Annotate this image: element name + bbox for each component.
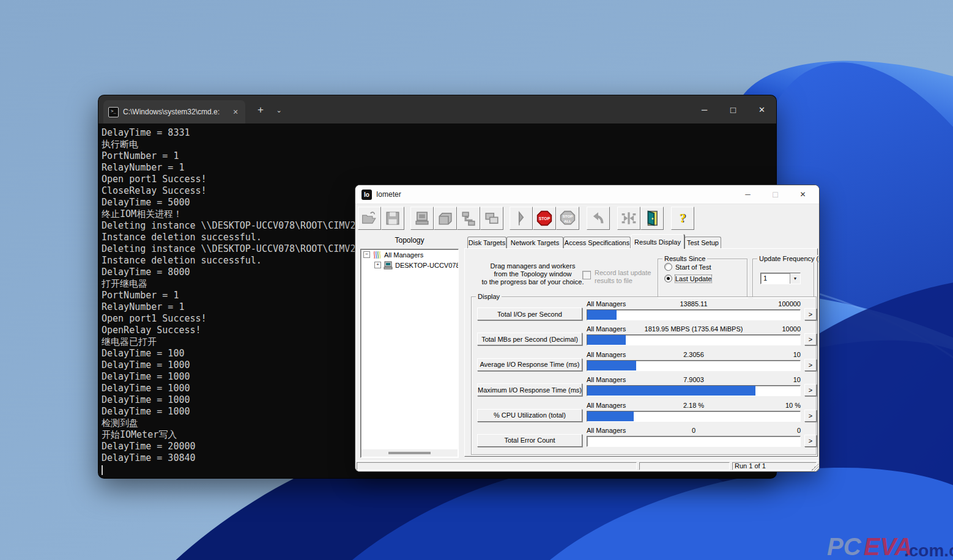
- topology-tree[interactable]: − All Managers + DESKTOP-UCCV078: [360, 249, 459, 458]
- metric-max-value: 10 %: [587, 402, 801, 409]
- expand-icon[interactable]: +: [374, 262, 381, 268]
- metric-more-button[interactable]: >: [804, 308, 817, 320]
- metric-max-value: 0: [587, 427, 801, 434]
- tab-close-icon[interactable]: [231, 108, 240, 116]
- terminal-line: DelayTime = 8331: [102, 127, 776, 139]
- combobox-dropdown-icon[interactable]: [790, 273, 800, 284]
- reset-arrow-icon: [590, 210, 606, 226]
- radio-start-of-test[interactable]: Start of Test: [664, 263, 747, 271]
- metric-select-button[interactable]: Total Error Count: [477, 434, 582, 447]
- radio-unselected-icon[interactable]: [664, 263, 672, 271]
- exit-button[interactable]: [640, 207, 664, 230]
- cmd-icon: >_: [108, 107, 119, 117]
- tab-dropdown-chevron-icon[interactable]: [272, 106, 286, 114]
- metric-progress-bar: [587, 436, 801, 447]
- tab-results-display[interactable]: Results Display: [631, 234, 684, 249]
- metric-progress-fill: [587, 335, 626, 345]
- display-row: Average I/O Response Time (ms) All Manag…: [471, 350, 815, 375]
- topology-panel: Topology − All Managers + DESKTOP-UCCV07…: [359, 234, 460, 458]
- iometer-titlebar[interactable]: Io Iometer: [355, 185, 819, 204]
- tab-disk-targets[interactable]: Disk Targets: [467, 237, 506, 248]
- checkbox-icon[interactable]: [582, 271, 591, 279]
- all-managers-icon: [373, 251, 382, 259]
- disconnect-workers-button[interactable]: [617, 207, 640, 230]
- iometer-close-button[interactable]: [789, 185, 817, 204]
- terminal-titlebar[interactable]: >_ C:\Windows\system32\cmd.e:: [98, 95, 776, 123]
- watermark-suffix: .com.cn: [904, 541, 953, 560]
- metric-progress-bar: [587, 360, 801, 371]
- terminal-minimize-button[interactable]: [690, 95, 719, 123]
- metric-progress-fill: [587, 411, 634, 421]
- metric-more-button[interactable]: >: [804, 435, 817, 447]
- new-network-worker-button[interactable]: [457, 207, 480, 230]
- metric-progress-fill: [587, 361, 636, 370]
- terminal-line: PortNumber = 1: [102, 150, 776, 162]
- iometer-minimize-button[interactable]: [734, 185, 762, 204]
- manager-computer-icon: [384, 261, 393, 270]
- metric-more-button[interactable]: >: [804, 410, 817, 422]
- stop-all-tests-button[interactable]: STOPALL: [556, 207, 579, 230]
- display-rows: Total I/Os per Second All Managers 13885…: [471, 300, 815, 451]
- resize-grip[interactable]: [811, 463, 818, 471]
- new-disk-worker-button[interactable]: [434, 207, 457, 230]
- metric-more-button[interactable]: >: [804, 359, 817, 371]
- stop-all-sign-icon: STOPALL: [560, 210, 576, 226]
- tree-item-all-managers[interactable]: − All Managers: [361, 249, 458, 260]
- iometer-toolbar: STOP STOPALL ??: [355, 204, 819, 233]
- tree-item-manager[interactable]: + DESKTOP-UCCV078: [361, 260, 458, 270]
- collapse-icon[interactable]: −: [363, 251, 370, 258]
- metric-select-button[interactable]: Average I/O Response Time (ms): [477, 358, 582, 371]
- new-manager-button[interactable]: [410, 207, 434, 230]
- record-results-checkbox[interactable]: Record last update results to file: [582, 269, 656, 285]
- tab-access-specifications[interactable]: Access Specifications: [563, 237, 631, 248]
- terminal-tab-title: C:\Windows\system32\cmd.e:: [123, 108, 226, 116]
- iometer-window: Io Iometer: [355, 185, 820, 472]
- metric-max-value: 100000: [587, 300, 801, 308]
- all-managers-label: All Managers: [384, 251, 423, 259]
- display-row: Total Error Count All Managers 0 0 >: [471, 426, 815, 451]
- metric-progress-bar: [587, 309, 801, 320]
- metric-more-button[interactable]: >: [804, 384, 817, 396]
- status-section-left: [357, 462, 637, 470]
- display-row: % CPU Utilization (total) All Managers 2…: [471, 401, 815, 426]
- metric-select-button[interactable]: Total MBs per Second (Decimal): [477, 333, 582, 345]
- about-help-button[interactable]: ??: [671, 207, 694, 230]
- open-folder-icon: [362, 210, 377, 226]
- duplicate-worker-button[interactable]: [480, 207, 503, 230]
- metric-max-value: 10000: [587, 325, 801, 333]
- topology-hscrollbar[interactable]: [362, 449, 458, 457]
- metric-progress-fill: [587, 310, 617, 320]
- start-tests-button[interactable]: [510, 207, 533, 230]
- scrollbar-thumb[interactable]: [388, 452, 431, 454]
- record-results-label: Record last update results to file: [595, 269, 651, 285]
- stop-test-button[interactable]: STOP: [533, 207, 556, 230]
- terminal-tab[interactable]: >_ C:\Windows\system32\cmd.e:: [103, 100, 245, 123]
- save-file-button[interactable]: [381, 207, 404, 230]
- svg-text:ALL: ALL: [564, 219, 571, 223]
- metric-select-button[interactable]: % CPU Utilization (total): [477, 409, 582, 422]
- tab-network-targets[interactable]: Network Targets: [506, 237, 563, 248]
- status-run-indicator: Run 1 of 1: [732, 462, 817, 470]
- terminal-maximize-button[interactable]: [719, 95, 747, 123]
- start-of-test-label: Start of Test: [675, 263, 711, 271]
- reset-workers-button[interactable]: [587, 207, 610, 230]
- new-tab-button[interactable]: [253, 104, 269, 116]
- terminal-close-button[interactable]: [747, 95, 776, 123]
- terminal-cursor: [102, 465, 103, 475]
- last-update-label: Last Update: [675, 275, 711, 282]
- iometer-maximize-button[interactable]: [762, 185, 789, 204]
- metric-progress-bar: [587, 411, 801, 422]
- iometer-tab-area: Disk Targets Network Targets Access Spec…: [464, 234, 817, 460]
- open-file-button[interactable]: [358, 207, 381, 230]
- arrows-inward-icon: [621, 210, 637, 226]
- update-frequency-combobox[interactable]: 1: [760, 273, 801, 284]
- radio-selected-icon[interactable]: [664, 274, 672, 282]
- metric-select-button[interactable]: Maximum I/O Response Time (ms): [477, 383, 582, 396]
- drag-hint-line1: Drag managers and workers: [480, 262, 585, 270]
- drag-hint-line2: from the Topology window: [480, 270, 585, 278]
- tab-test-setup[interactable]: Test Setup: [684, 237, 721, 248]
- exit-door-icon: [644, 210, 660, 226]
- radio-last-update[interactable]: Last Update: [664, 274, 747, 282]
- metric-more-button[interactable]: >: [804, 333, 817, 345]
- metric-select-button[interactable]: Total I/Os per Second: [477, 308, 582, 320]
